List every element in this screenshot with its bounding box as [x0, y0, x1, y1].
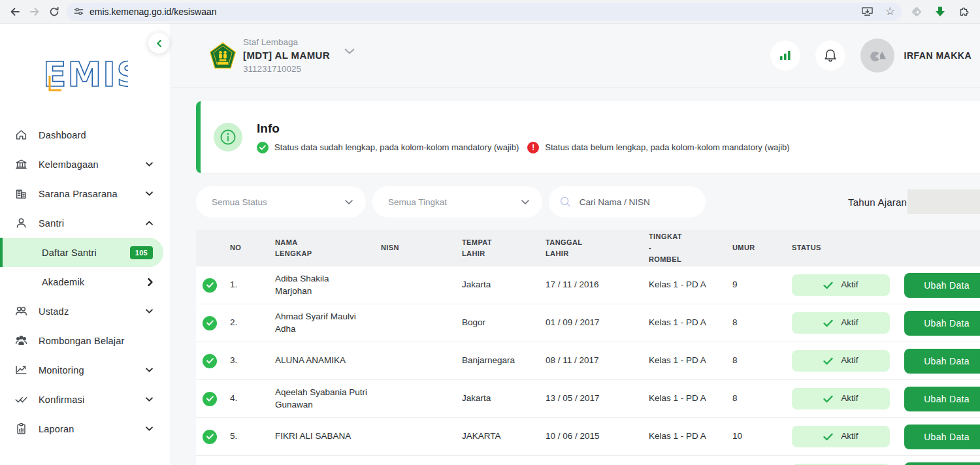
cell-umur: 8 [732, 355, 792, 366]
chevron-down-icon [146, 309, 153, 313]
cell-no: 5. [230, 430, 275, 442]
back-icon[interactable] [5, 2, 25, 22]
search-icon [559, 195, 572, 209]
main-area: Staf Lembaga [MDT] AL MAMUR 311231710025 [170, 24, 980, 465]
institution-name: [MDT] AL MAMUR [243, 48, 330, 63]
search-input[interactable] [580, 197, 695, 207]
notifications-button[interactable] [815, 40, 845, 71]
cell-nama: Adiba Shakila Marjohan [275, 273, 374, 297]
forward-icon[interactable] [25, 2, 44, 22]
tingkat-filter-value: Semua Tingkat [388, 197, 521, 207]
sidebar-nav: Dashboard Kelembagaan Sarana Prasarana S… [0, 120, 170, 443]
cell-tempat-lahir: Bogor [462, 317, 546, 329]
table-row: 5. FIKRI ALI SABANA JAKARTA 10 / 06 / 20… [196, 418, 980, 456]
cell-tanggal-lahir: 08 / 11 / 2017 [546, 355, 649, 366]
cell-umur: 9 [732, 279, 792, 291]
sidebar-item-label: Konfirmasi [39, 394, 135, 405]
sidebar-item-label: Kelembagaan [39, 159, 135, 170]
stats-button[interactable] [770, 40, 800, 71]
column-header-no: NO [230, 242, 275, 253]
legend-complete: Status data sudah lengkap, pada kolom-ko… [257, 142, 519, 153]
emis-logo: EMIS [42, 54, 128, 95]
bookmark-star-icon[interactable]: ☆ [885, 6, 895, 17]
status-badge: Aktif [792, 426, 890, 447]
cell-no: 2. [230, 317, 275, 329]
extensions-puzzle-icon[interactable] [954, 2, 973, 22]
tahun-ajaran-select[interactable] [907, 189, 980, 214]
ubah-data-button[interactable]: Ubah Data [904, 311, 980, 336]
chevron-down-icon [146, 162, 153, 167]
column-header-nama: NAMA LENGKAP [275, 237, 381, 259]
sidebar-item-ustadz[interactable]: Ustadz [0, 297, 170, 326]
sidebar-item-rombongan-belajar[interactable]: Rombongan Belajar [0, 326, 170, 355]
building-icon [14, 187, 27, 200]
status-check-icon [823, 281, 833, 289]
user-name[interactable]: IRFAN MAKKA [904, 50, 972, 61]
extension-gray-icon[interactable] [907, 2, 926, 22]
bell-icon [823, 48, 838, 63]
cell-tingkat-rombel: Kelas 1 - PD A [649, 317, 732, 329]
institution-selector[interactable]: Staf Lembaga [MDT] AL MAMUR 311231710025 [209, 36, 355, 76]
sidebar-item-label: Akademik [42, 277, 137, 287]
sidebar-item-akademik[interactable]: Akademik [0, 267, 170, 297]
install-app-icon[interactable] [861, 6, 874, 17]
institution-id: 311231710025 [243, 63, 330, 76]
avatar[interactable] [860, 39, 894, 72]
cell-tingkat-rombel: Kelas 1 - PD A [649, 393, 732, 404]
sidebar-item-kelembagaan[interactable]: Kelembagaan [0, 150, 170, 179]
ubah-data-button[interactable]: Ubah Data [904, 387, 980, 411]
site-settings-icon[interactable] [73, 6, 84, 17]
status-badge: Aktif [792, 388, 890, 409]
sidebar-item-dashboard[interactable]: Dashboard [0, 120, 170, 150]
status-filter-select[interactable]: Semua Status [196, 186, 366, 217]
chevron-down-icon [146, 397, 153, 402]
sidebar-item-label: Monitoring [39, 365, 135, 376]
search-box[interactable] [549, 186, 706, 217]
omnibox[interactable]: emis.kemenag.go.id/kesiswaan ☆ [67, 3, 902, 21]
sidebar-item-label: Daftar Santri [42, 248, 119, 258]
institution-chevron-down-icon[interactable] [344, 45, 355, 57]
sidebar-item-santri[interactable]: Santri [0, 208, 170, 238]
status-check-icon [823, 357, 833, 365]
sidebar-item-laporan[interactable]: Laporan [0, 414, 170, 443]
download-green-icon[interactable] [930, 2, 950, 22]
sidebar-collapse-button[interactable] [148, 33, 169, 54]
ubah-data-button[interactable]: Ubah Data [904, 349, 980, 374]
ubah-data-button[interactable]: Ubah Data [904, 462, 980, 465]
url-text[interactable]: emis.kemenag.go.id/kesiswaan [90, 7, 861, 17]
sidebar-item-daftar-santri[interactable]: Daftar Santri 105 [0, 238, 163, 267]
chart-line-icon [14, 364, 27, 377]
ubah-data-button[interactable]: Ubah Data [904, 273, 980, 298]
row-check-circle-icon [203, 430, 217, 444]
table-row: Aktif Ubah Data [196, 456, 980, 465]
status-label: Aktif [841, 317, 858, 329]
row-check-circle-icon [203, 354, 217, 368]
sidebar-item-sarana-prasarana[interactable]: Sarana Prasarana [0, 179, 170, 208]
cell-nama: ALUNA ANAMIKA [275, 355, 374, 366]
status-label: Aktif [841, 430, 858, 442]
table-row: 4. Aqeelah Syabania Putri Gunawan Jakart… [196, 380, 980, 418]
ubah-data-button[interactable]: Ubah Data [904, 425, 980, 449]
chevron-down-icon [146, 191, 153, 196]
bar-chart-icon [778, 49, 792, 62]
status-label: Aktif [841, 279, 858, 291]
cell-tanggal-lahir: 13 / 05 / 2017 [546, 393, 649, 404]
status-badge: Aktif [792, 274, 890, 296]
cell-nama: Ahmad Syarif Maulvi Adha [275, 311, 374, 334]
sidebar-item-konfirmasi[interactable]: Konfirmasi [0, 385, 170, 414]
cell-tanggal-lahir: 10 / 06 / 2015 [546, 430, 649, 442]
info-title: Info [257, 121, 790, 136]
tahun-ajaran-label: Tahun Ajaran [848, 197, 907, 208]
tingkat-filter-select[interactable]: Semua Tingkat [372, 186, 542, 217]
cell-tempat-lahir: JAKARTA [462, 430, 546, 442]
status-badge: Aktif [792, 350, 890, 372]
sidebar-item-label: Sarana Prasarana [39, 189, 135, 199]
status-check-icon [823, 433, 833, 441]
reload-icon[interactable] [44, 2, 64, 22]
cell-tanggal-lahir: 01 / 09 / 2017 [546, 317, 649, 329]
cell-umur: 8 [732, 317, 792, 329]
bank-icon [14, 158, 27, 171]
double-check-icon [14, 393, 27, 406]
cell-umur: 8 [732, 393, 792, 404]
sidebar-item-monitoring[interactable]: Monitoring [0, 355, 170, 385]
